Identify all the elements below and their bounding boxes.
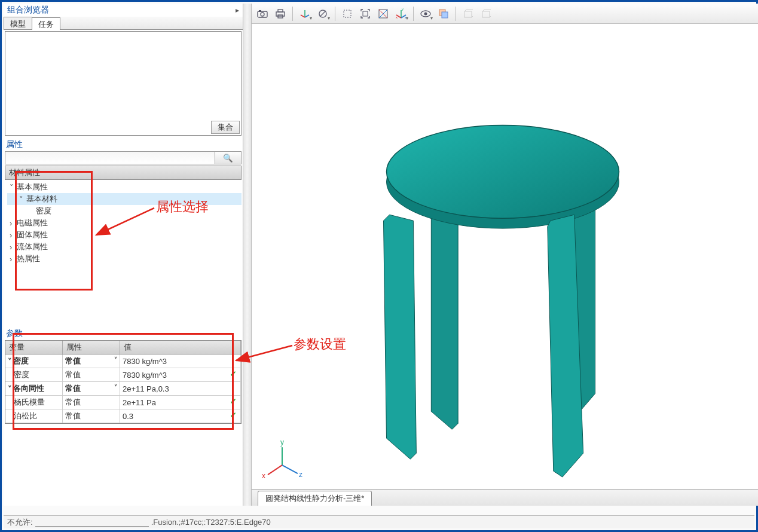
axis-y-label: y [280,438,284,447]
left-tabs: 模型 任务 [4,17,243,30]
box-tool-2-icon [478,5,494,22]
vertical-splitter[interactable] [243,4,252,506]
status-detail: .Fusion.;#17cc;:T2327:5:E.Edge70 [151,518,271,527]
tree-label: 基本材料 [26,194,57,204]
tree-basic-props[interactable]: ˅基本属性 [7,181,242,193]
svg-line-10 [320,11,326,17]
col-value: 值 [120,341,241,354]
compass-icon[interactable] [375,5,392,22]
dropdown-caret-icon: ˅ [114,384,117,390]
params-row[interactable]: 杨氏模量常值2e+11 Pa✓ [5,396,241,409]
fit-view-icon[interactable] [357,5,374,22]
left-panel: 组合浏览器 ▸ 模型 任务 集合 属性 🔍 材料属性 ˅基本属性 ˅基本材料 密… [4,4,243,506]
property-search-input[interactable] [5,151,215,164]
viewport-toolbar: yzx [252,4,758,24]
collection-button[interactable]: 集合 [211,121,240,134]
layers-icon[interactable] [435,5,452,22]
viewport-tab[interactable]: 圆凳结构线性静力分析-三维* [258,491,372,506]
tree-label: 流体属性 [17,241,48,252]
search-icon: 🔍 [223,154,233,163]
param-val[interactable]: 7830 kg/m^3 [120,354,241,368]
params-row[interactable]: ˅各向同性常值˅2e+11 Pa,0.3 [5,382,241,396]
model-tree-box[interactable]: 集合 [5,31,242,136]
params-row[interactable]: 密度常值7830 kg/m^3✓ [5,368,241,382]
check-icon: ✓ [230,411,237,420]
svg-rect-12 [363,11,368,16]
right-panel: yzx [252,4,758,506]
param-attr[interactable]: 常值˅ [63,354,120,368]
params-section-label: 参数 [6,328,240,339]
panel-title: 组合浏览器 [4,4,243,17]
params-header: 变量 属性 值 [5,340,242,354]
print-icon[interactable] [272,5,289,22]
material-props-header: 材料属性 [5,166,242,180]
tree-fluid-props[interactable]: ›流体属性 [7,241,242,253]
minimize-left-icon[interactable]: ▸ [236,6,239,14]
svg-text:z: z [405,16,406,19]
properties-section-label: 属性 [4,137,243,150]
param-attr[interactable]: 常值 [63,409,120,423]
material-props-tree[interactable]: ˅基本属性 ˅基本材料 密度 ›电磁属性 ›固体属性 ›流体属性 ›热属性 [5,180,242,267]
dropdown-caret-icon: ˅ [114,356,117,363]
col-attribute: 属性 [63,341,120,354]
param-attr[interactable]: 常值 [63,368,120,381]
property-search-button[interactable]: 🔍 [215,151,242,164]
property-tree-panel: 材料属性 ˅基本属性 ˅基本材料 密度 ›电磁属性 ›固体属性 ›流体属性 ›热… [5,166,242,327]
status-prefix: 不允许: [7,517,33,528]
param-var: 杨氏模量 [5,396,63,409]
tree-label: 热属性 [17,253,40,264]
param-attr[interactable]: 常值˅ [63,382,120,395]
svg-point-29 [387,126,619,219]
svg-line-7 [305,15,309,17]
visibility-dropdown-icon[interactable] [417,5,434,22]
param-var: 密度 [5,368,63,381]
tree-label: 密度 [36,206,51,216]
tab-tasks[interactable]: 任务 [32,17,60,30]
tree-label: 基本属性 [17,182,48,192]
svg-rect-11 [344,10,351,17]
check-icon: ✓ [230,397,237,406]
tab-model[interactable]: 模型 [4,17,32,29]
tree-density[interactable]: 密度 [7,205,242,217]
xyz-axis-dropdown-icon[interactable]: yzx [393,5,409,22]
param-val[interactable]: 7830 kg/m^3✓ [120,368,241,381]
svg-rect-26 [464,11,472,17]
axis-z-label: z [299,470,302,479]
axis-x-label: x [262,472,265,480]
svg-rect-27 [482,11,490,17]
param-val[interactable]: 2e+11 Pa,0.3 [120,382,241,395]
params-row[interactable]: 泊松比常值0.3✓ [5,409,241,423]
param-var: ˅各向同性 [5,382,63,395]
svg-rect-2 [259,10,261,12]
tree-label: 电磁属性 [17,218,48,228]
status-bar: 不允许: .Fusion.;#17cc;:T2327:5:E.Edge70 [4,515,754,528]
3d-viewport[interactable]: y z x [252,24,758,489]
params-row[interactable]: ˅密度常值˅7830 kg/m^3 [5,354,241,368]
tree-solid-props[interactable]: ›固体属性 [7,229,242,241]
tree-thermal-props[interactable]: ›热属性 [7,253,242,265]
param-val[interactable]: 2e+11 Pa✓ [120,396,241,409]
status-underline [35,518,149,527]
param-val[interactable]: 0.3✓ [120,409,241,423]
svg-text:y: y [402,8,404,11]
svg-line-31 [282,465,298,473]
camera-icon[interactable] [254,5,271,22]
svg-line-8 [301,15,305,17]
axis-dropdown-icon[interactable] [297,5,313,22]
tree-label: 固体属性 [17,230,48,240]
param-attr[interactable]: 常值 [63,396,120,409]
svg-rect-3 [276,12,285,16]
box-tool-1-icon [460,5,476,22]
param-var: 泊松比 [5,409,63,423]
svg-rect-25 [442,12,448,18]
no-entry-dropdown-icon[interactable] [314,5,331,22]
param-var: ˅密度 [5,354,63,368]
tree-em-props[interactable]: ›电磁属性 [7,217,242,229]
svg-text:x: x [396,16,398,19]
col-variable: 变量 [5,341,63,354]
viewport-tab-bar: 圆凳结构线性静力分析-三维* [252,489,758,506]
check-icon: ✓ [230,369,237,378]
select-rect-icon[interactable] [339,5,356,22]
tree-basic-material[interactable]: ˅基本材料 [7,193,242,205]
svg-line-32 [268,465,282,475]
